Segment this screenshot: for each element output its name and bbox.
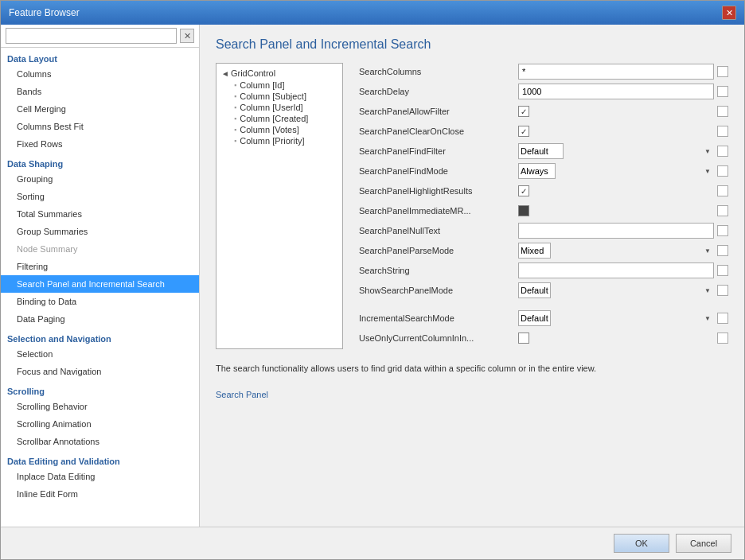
prop-label-show-panel-mode: ShowSearchPanelMode — [359, 286, 518, 295]
title-bar: Feature Browser ✕ — [1, 1, 744, 25]
prop-input-search-delay[interactable] — [518, 84, 714, 99]
tree-child-label: Column [Votes] — [240, 125, 299, 134]
close-button[interactable]: ✕ — [722, 6, 736, 20]
tree-child-subject[interactable]: ▪ Column [Subject] — [234, 91, 337, 102]
prop-end-checkbox-search-columns[interactable] — [717, 66, 728, 77]
sidebar-item-selection[interactable]: Selection — [1, 345, 199, 363]
sidebar-item-group-summaries[interactable]: Group Summaries — [1, 223, 199, 240]
sidebar-item-columns-best-fit[interactable]: Columns Best Fit — [1, 118, 199, 135]
prop-label-highlight-results: SearchPanelHighlightResults — [359, 186, 518, 196]
sidebar-group-scrolling: Scrolling — [1, 383, 199, 398]
prop-end-checkbox-incremental[interactable] — [717, 313, 728, 324]
prop-end-checkbox-use-only-current[interactable] — [717, 332, 728, 344]
sidebar-item-inline-edit-form[interactable]: Inline Edit Form — [1, 485, 199, 503]
prop-input-search-string[interactable] — [518, 262, 714, 278]
tree-child-label: Column [Id] — [240, 80, 284, 90]
content-main: ◄ GridControl ▪ Column [Id] ▪ Column [Su… — [216, 63, 728, 349]
prop-checkbox-clear-on-close[interactable] — [518, 126, 529, 137]
dialog-body: ✕ Data Layout Columns Bands Cell Merging… — [1, 25, 744, 527]
sidebar-item-total-summaries[interactable]: Total Summaries — [1, 205, 199, 223]
prop-checkbox-immediate-mr[interactable] — [518, 205, 529, 216]
sidebar-search-row: ✕ — [1, 25, 199, 48]
prop-select-parse-mode[interactable]: Mixed Default Simple — [518, 243, 551, 259]
sidebar-search-input[interactable] — [6, 28, 177, 44]
sidebar-item-cell-merging[interactable]: Cell Merging — [1, 100, 199, 118]
prop-end-checkbox-find-filter[interactable] — [717, 146, 728, 157]
sidebar-search-clear[interactable]: ✕ — [180, 29, 194, 43]
prop-select-wrapper-parse-mode: Mixed Default Simple — [518, 243, 714, 259]
sidebar-item-focus-navigation[interactable]: Focus and Navigation — [1, 363, 199, 380]
prop-select-show-panel-mode[interactable]: Default Always Never — [518, 282, 551, 298]
prop-end-checkbox-parse-mode[interactable] — [717, 245, 728, 256]
sidebar-item-node-summary[interactable]: Node Summary — [1, 240, 199, 258]
description-link[interactable]: Search Panel — [216, 390, 268, 399]
tree-child-userid[interactable]: ▪ Column [UserId] — [234, 102, 337, 113]
sidebar-item-inplace-editing[interactable]: Inplace Data Editing — [1, 468, 199, 485]
prop-row-find-mode: SearchPanelFindMode Always OnEnter Defau… — [359, 162, 728, 180]
sidebar-item-scrolling-animation[interactable]: Scrolling Animation — [1, 415, 199, 433]
feature-browser-dialog: Feature Browser ✕ ✕ Data Layout Columns … — [0, 0, 745, 560]
prop-row-allow-filter: SearchPanelAllowFilter — [359, 103, 728, 120]
prop-end-checkbox-find-mode[interactable] — [717, 165, 728, 177]
sidebar-item-columns[interactable]: Columns — [1, 65, 199, 83]
tree-child-icon: ▪ — [234, 115, 236, 122]
prop-checkbox-allow-filter[interactable] — [518, 106, 529, 117]
content-area: Search Panel and Incremental Search ◄ Gr… — [200, 25, 744, 527]
sidebar-item-scrolling-behavior[interactable]: Scrolling Behavior — [1, 398, 199, 415]
prop-select-incremental[interactable]: Default Simple None — [518, 310, 551, 326]
prop-checkbox-highlight-results[interactable] — [518, 185, 529, 196]
prop-select-find-mode[interactable]: Always OnEnter Default — [518, 163, 556, 179]
tree-child-id[interactable]: ▪ Column [Id] — [234, 80, 337, 91]
prop-end-checkbox-search-delay[interactable] — [717, 86, 728, 97]
sidebar-item-search-panel[interactable]: Search Panel and Incremental Search — [1, 275, 199, 293]
prop-checkbox-use-only-current[interactable] — [518, 332, 529, 344]
prop-input-null-text[interactable] — [518, 223, 714, 239]
prop-select-wrapper-find-filter: Default Contains StartsWith — [518, 143, 714, 159]
tree-child-label: Column [UserId] — [240, 103, 302, 112]
sidebar-item-sorting[interactable]: Sorting — [1, 188, 199, 205]
sidebar-item-data-paging[interactable]: Data Paging — [1, 310, 199, 328]
prop-label-incremental-search-mode: IncrementalSearchMode — [359, 313, 518, 323]
prop-end-checkbox-null-text[interactable] — [717, 225, 728, 236]
tree-children: ▪ Column [Id] ▪ Column [Subject] ▪ Colum… — [234, 80, 337, 146]
properties-panel: SearchColumns SearchDelay SearchPanelAll… — [359, 63, 728, 349]
prop-end-checkbox-highlight-results[interactable] — [717, 185, 728, 196]
tree-panel: ◄ GridControl ▪ Column [Id] ▪ Column [Su… — [216, 63, 343, 349]
prop-row-incremental-search-mode: IncrementalSearchMode Default Simple Non… — [359, 309, 728, 327]
prop-row-search-columns: SearchColumns — [359, 63, 728, 80]
cancel-button[interactable]: Cancel — [676, 534, 731, 553]
prop-row-parse-mode: SearchPanelParseMode Mixed Default Simpl… — [359, 242, 728, 259]
prop-row-highlight-results: SearchPanelHighlightResults — [359, 182, 728, 200]
sidebar-item-fixed-rows[interactable]: Fixed Rows — [1, 135, 199, 153]
dialog-title: Feature Browser — [9, 7, 80, 18]
sidebar-item-binding-to-data[interactable]: Binding to Data — [1, 293, 199, 310]
prop-label-search-columns: SearchColumns — [359, 67, 518, 76]
prop-row-clear-on-close: SearchPanelClearOnClose — [359, 122, 728, 140]
prop-input-search-columns[interactable] — [518, 64, 714, 80]
prop-select-find-filter[interactable]: Default Contains StartsWith — [518, 143, 564, 159]
tree-child-icon: ▪ — [234, 126, 236, 134]
prop-end-checkbox-immediate-mr[interactable] — [717, 205, 728, 216]
tree-root-label[interactable]: GridControl — [231, 68, 275, 78]
tree-child-votes[interactable]: ▪ Column [Votes] — [234, 124, 337, 135]
sidebar-item-filtering[interactable]: Filtering — [1, 258, 199, 275]
prop-row-search-string: SearchString — [359, 262, 728, 279]
sidebar-item-scrollbar-annotations[interactable]: Scrollbar Annotations — [1, 433, 199, 450]
tree-child-created[interactable]: ▪ Column [Created] — [234, 113, 337, 124]
prop-end-checkbox-clear-on-close[interactable] — [717, 126, 728, 137]
sidebar-item-bands[interactable]: Bands — [1, 83, 199, 100]
prop-end-checkbox-search-string[interactable] — [717, 265, 728, 276]
prop-row-find-filter: SearchPanelFindFilter Default Contains S… — [359, 142, 728, 160]
sidebar-scroll[interactable]: Data Layout Columns Bands Cell Merging C… — [1, 48, 199, 527]
prop-row-show-panel-mode: ShowSearchPanelMode Default Always Never — [359, 282, 728, 299]
sidebar-item-grouping[interactable]: Grouping — [1, 170, 199, 188]
prop-row-search-delay: SearchDelay — [359, 83, 728, 100]
prop-end-checkbox-allow-filter[interactable] — [717, 106, 728, 117]
ok-button[interactable]: OK — [614, 534, 669, 553]
prop-label-search-delay: SearchDelay — [359, 87, 518, 96]
sidebar-group-data-layout: Data Layout — [1, 51, 199, 65]
prop-end-checkbox-show-panel-mode[interactable] — [717, 285, 728, 296]
description-text: The search functionality allows users to… — [216, 362, 728, 375]
tree-child-priority[interactable]: ▪ Column [Priority] — [234, 135, 337, 146]
prop-row-null-text: SearchPanelNullText — [359, 222, 728, 239]
